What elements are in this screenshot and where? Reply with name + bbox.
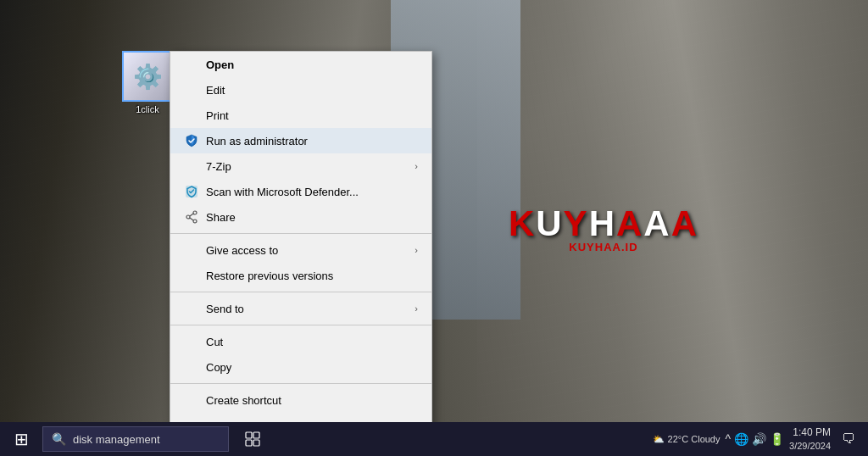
- taskbar-middle-icons: [236, 422, 270, 456]
- menu-item-restore[interactable]: Restore previous versions: [170, 263, 431, 288]
- menu-item-copy[interactable]: Copy: [170, 354, 431, 380]
- battery-icon[interactable]: 🔋: [770, 432, 784, 446]
- menu-label-send-to: Send to: [206, 303, 408, 315]
- menu-item-create-shortcut[interactable]: Create shortcut: [170, 387, 431, 413]
- defender-icon: [184, 184, 199, 199]
- notification-icon: 🗨: [842, 431, 855, 447]
- menu-item-give-access[interactable]: Give access to ›: [170, 237, 431, 263]
- separator-2: [170, 292, 431, 292]
- give-access-icon-placeholder: [184, 242, 199, 258]
- notification-button[interactable]: 🗨: [836, 422, 861, 456]
- send-to-icon-placeholder: [184, 301, 199, 316]
- separator-1: [170, 233, 431, 234]
- menu-label-restore: Restore previous versions: [206, 270, 418, 282]
- svg-rect-9: [253, 440, 259, 446]
- menu-label-7zip: 7-Zip: [206, 160, 408, 173]
- clock-date: 3/29/2024: [789, 440, 831, 453]
- shortcut-icon-placeholder: [184, 392, 199, 408]
- taskbar: ⊞ 🔍 disk management ⛅ 22°C Cloud: [0, 422, 868, 456]
- menu-item-run-as-admin[interactable]: Run as administrator: [170, 128, 431, 153]
- weather-text: 22°C Cloudy: [668, 434, 721, 444]
- menu-item-scan[interactable]: Scan with Microsoft Defender...: [170, 179, 431, 204]
- copy-icon-placeholder: [184, 359, 199, 375]
- menu-item-open[interactable]: Open: [170, 52, 431, 77]
- menu-item-print[interactable]: Print: [170, 103, 431, 128]
- menu-label-print: Print: [206, 109, 418, 122]
- system-tray: ^ 🌐 🔊 🔋: [725, 432, 784, 446]
- svg-line-4: [190, 214, 193, 216]
- menu-label-open: Open: [206, 58, 418, 71]
- shield-icon: [184, 133, 199, 148]
- 7zip-icon-placeholder: [184, 158, 199, 174]
- gear-icon: ⚙️: [133, 63, 163, 91]
- menu-item-cut[interactable]: Cut: [170, 329, 431, 354]
- edit-icon-placeholder: [184, 82, 199, 97]
- watermark-text: KUYHAAA: [509, 203, 698, 244]
- volume-icon[interactable]: 🔊: [752, 432, 766, 446]
- desktop: KUYHAAA KUYHAA.ID ⚙️ 1click Open Edit Pr…: [0, 0, 868, 456]
- menu-label-cut: Cut: [206, 336, 418, 348]
- share-icon: [184, 209, 199, 225]
- taskbar-search-bar[interactable]: 🔍 disk management: [42, 426, 229, 452]
- menu-item-edit[interactable]: Edit: [170, 77, 431, 103]
- svg-rect-6: [246, 432, 252, 438]
- separator-4: [170, 383, 431, 384]
- menu-label-copy: Copy: [206, 361, 418, 374]
- start-button[interactable]: ⊞: [0, 422, 42, 456]
- menu-label-edit: Edit: [206, 84, 418, 97]
- network-icon[interactable]: 🌐: [734, 432, 748, 446]
- menu-label-create-shortcut: Create shortcut: [206, 394, 418, 407]
- print-icon-placeholder: [184, 108, 199, 123]
- svg-rect-7: [253, 432, 259, 438]
- weather-widget[interactable]: ⛅ 22°C Cloudy: [653, 434, 721, 445]
- tray-expand-icon[interactable]: ^: [725, 432, 731, 446]
- menu-item-send-to[interactable]: Send to ›: [170, 296, 431, 321]
- arrow-icon-send-to: ›: [415, 303, 418, 314]
- menu-label-give-access: Give access to: [206, 244, 408, 257]
- svg-point-2: [193, 220, 197, 223]
- svg-line-5: [190, 218, 193, 220]
- task-view-button[interactable]: [236, 422, 270, 456]
- menu-label-share: Share: [206, 211, 418, 224]
- menu-label-run-as-admin: Run as administrator: [206, 135, 418, 147]
- menu-item-share[interactable]: Share: [170, 204, 431, 230]
- restore-icon-placeholder: [184, 268, 199, 283]
- menu-item-7zip[interactable]: 7-Zip ›: [170, 153, 431, 179]
- clock-time: 1:40 PM: [789, 425, 831, 440]
- taskbar-right: ⛅ 22°C Cloudy ^ 🌐 🔊 🔋 1:40 PM 3/29/2024 …: [653, 422, 868, 456]
- search-input[interactable]: disk management: [73, 433, 160, 446]
- clock[interactable]: 1:40 PM 3/29/2024: [789, 425, 831, 453]
- context-menu: Open Edit Print Run as administrator: [170, 51, 432, 456]
- arrow-icon-7zip: ›: [415, 161, 418, 171]
- start-icon: ⊞: [14, 429, 29, 449]
- watermark: KUYHAAA KUYHAA.ID: [509, 203, 698, 253]
- arrow-icon-give-access: ›: [415, 245, 418, 255]
- cut-icon-placeholder: [184, 334, 199, 349]
- icon-image: ⚙️: [122, 51, 173, 102]
- open-icon-placeholder: [184, 57, 199, 72]
- separator-3: [170, 325, 431, 325]
- search-icon: 🔍: [52, 432, 66, 446]
- menu-label-scan: Scan with Microsoft Defender...: [206, 186, 418, 198]
- svg-point-1: [193, 211, 197, 214]
- svg-point-3: [186, 215, 190, 219]
- weather-icon: ⛅: [653, 434, 665, 445]
- svg-rect-8: [246, 440, 252, 446]
